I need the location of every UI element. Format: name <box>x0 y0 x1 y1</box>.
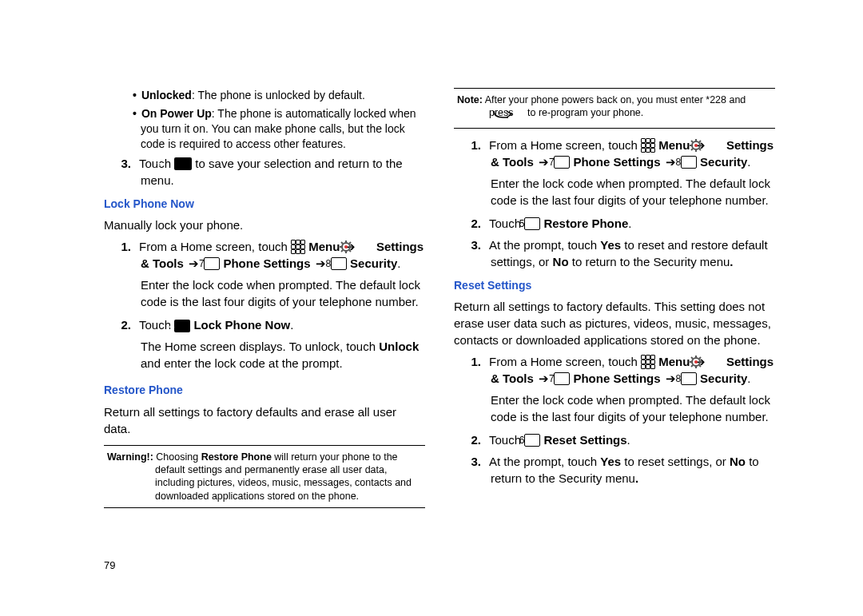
page-number: 79 <box>104 559 115 571</box>
result-b: and enter the lock code at the prompt. <box>141 356 343 370</box>
restore-step-1-follow: Enter the lock code when prompted. The d… <box>454 175 775 209</box>
unlock-label: Unlock <box>379 340 419 353</box>
step-number: 3. <box>470 236 489 253</box>
svg-line-26 <box>691 357 693 359</box>
keycap-5: 5 <box>524 217 540 230</box>
bullet-dot: • <box>133 89 141 101</box>
nav-prefix: From a Home screen, touch <box>489 138 641 152</box>
step-number: 2. <box>470 431 489 448</box>
reset-step-1-follow: Enter the lock code when prompted. The d… <box>454 391 775 425</box>
keycap-7: 7 <box>204 257 220 270</box>
no-label: No <box>553 255 569 268</box>
svg-line-6 <box>341 242 343 244</box>
gear-icon <box>710 356 723 368</box>
security-label: Security <box>700 155 747 169</box>
bullet-onpowerup: •On Power Up: The phone is automatically… <box>104 106 425 152</box>
no-label: No <box>730 455 746 468</box>
svg-point-1 <box>344 245 348 248</box>
note-box: Note: After your phone powers back on, y… <box>454 88 775 129</box>
period: . <box>627 433 630 447</box>
svg-line-17 <box>699 149 701 150</box>
step-number: 1. <box>470 353 489 370</box>
period: . <box>730 255 733 268</box>
warning-box: Warning!: Choosing Restore Phone will re… <box>104 445 425 508</box>
reset-intro: Return all settings to factory defaults.… <box>454 298 775 348</box>
svg-line-9 <box>341 250 343 252</box>
lock-step-2-follow: The Home screen displays. To unlock, tou… <box>104 338 425 372</box>
step-number: 2. <box>470 215 489 232</box>
warning-lead: Warning!: <box>107 451 153 463</box>
r3a: At the prompt, touch <box>489 455 600 468</box>
security-label: Security <box>350 256 397 270</box>
phone-settings-label: Phone Settings <box>223 256 310 270</box>
s3a: At the prompt, touch <box>489 238 600 252</box>
reset-settings-label: Reset Settings <box>543 433 626 447</box>
gear-icon <box>710 139 723 152</box>
restore-phone-label: Restore Phone <box>543 217 628 230</box>
phone-settings-label: Phone Settings <box>573 155 660 169</box>
reset-step-2: 2.Touch 6 Reset Settings. <box>454 431 775 448</box>
restore-step-3: 3.At the prompt, touch Yes to reset and … <box>454 236 775 270</box>
svg-line-8 <box>349 242 351 244</box>
period: . <box>635 471 638 485</box>
svg-point-21 <box>694 360 698 364</box>
lock-step-1: 1.From a Home screen, touch Menu ➔ Setti… <box>104 238 425 272</box>
menu-label: Menu <box>658 355 690 368</box>
warn-a: Choosing <box>153 451 201 463</box>
menu-grid-icon <box>641 138 655 153</box>
restore-step-1: 1.From a Home screen, touch Menu ➔ Setti… <box>454 137 775 170</box>
s3c: to return to the Security menu <box>569 255 730 268</box>
yes-label: Yes <box>600 238 621 252</box>
bullet-unlocked: •Unlocked: The phone is unlocked by defa… <box>104 88 425 103</box>
note-text: Note: After your phone powers back on, y… <box>457 93 772 123</box>
period: . <box>290 318 293 332</box>
menu-label: Menu <box>658 138 690 152</box>
keycap-6: 6 <box>524 434 540 447</box>
two-column-layout: •Unlocked: The phone is unlocked by defa… <box>104 88 775 516</box>
step-number: 2. <box>120 316 139 333</box>
svg-point-11 <box>694 144 698 147</box>
manual-page: •Unlocked: The phone is unlocked by defa… <box>0 0 863 616</box>
restore-step-2: 2.Touch 5 Restore Phone. <box>454 215 775 232</box>
period: . <box>747 372 750 385</box>
bullet-lead: Unlocked <box>141 89 192 101</box>
keycap-8: 8 <box>681 156 697 169</box>
svg-line-18 <box>699 141 701 142</box>
reset-step-3: 3.At the prompt, touch Yes to reset sett… <box>454 453 775 487</box>
step-number: 1. <box>470 137 489 153</box>
left-column: •Unlocked: The phone is unlocked by defa… <box>104 88 425 516</box>
lock-step-1-follow: Enter the lock code when prompted. The d… <box>104 276 425 310</box>
period: . <box>747 155 750 169</box>
keycap-8: 8 <box>331 257 347 270</box>
nav-prefix: From a Home screen, touch <box>489 355 641 368</box>
security-label: Security <box>700 372 747 385</box>
svg-line-7 <box>349 250 351 252</box>
svg-line-29 <box>691 365 693 367</box>
lock-phone-now-label: Lock Phone Now <box>193 318 290 332</box>
gear-icon <box>360 240 373 253</box>
keycap-7: 7 <box>554 156 570 169</box>
keycap-7: 7 <box>554 372 570 385</box>
heading-reset-settings: Reset Settings <box>454 278 775 294</box>
heading-lock-phone-now: Lock Phone Now <box>104 197 425 213</box>
right-column: Note: After your phone powers back on, y… <box>454 88 775 516</box>
bullet-text: : The phone is unlocked by default. <box>192 89 365 101</box>
menu-label: Menu <box>308 240 340 253</box>
bullet-lead: On Power Up <box>141 107 212 120</box>
keycap-8: 8 <box>681 372 697 385</box>
note-body-2: to re-program your phone. <box>527 107 643 118</box>
keycap-4: 4 <box>174 320 190 332</box>
lock-step-2: 2.Touch 4 Lock Phone Now. <box>104 316 425 333</box>
warn-b: Restore Phone <box>201 451 272 463</box>
svg-line-19 <box>691 149 693 150</box>
phone-settings-label: Phone Settings <box>573 372 660 385</box>
menu-grid-icon <box>291 240 305 254</box>
menu-grid-icon <box>641 355 655 369</box>
note-lead: Note: <box>457 94 483 105</box>
result-a: The Home screen displays. To unlock, tou… <box>141 340 379 353</box>
back-icon <box>174 157 192 170</box>
r3b: to reset settings, or <box>621 455 730 468</box>
restore-intro: Return all settings to factory defaults … <box>104 403 425 437</box>
reset-step-1: 1.From a Home screen, touch Menu ➔ Setti… <box>454 353 775 387</box>
period: . <box>628 217 631 230</box>
